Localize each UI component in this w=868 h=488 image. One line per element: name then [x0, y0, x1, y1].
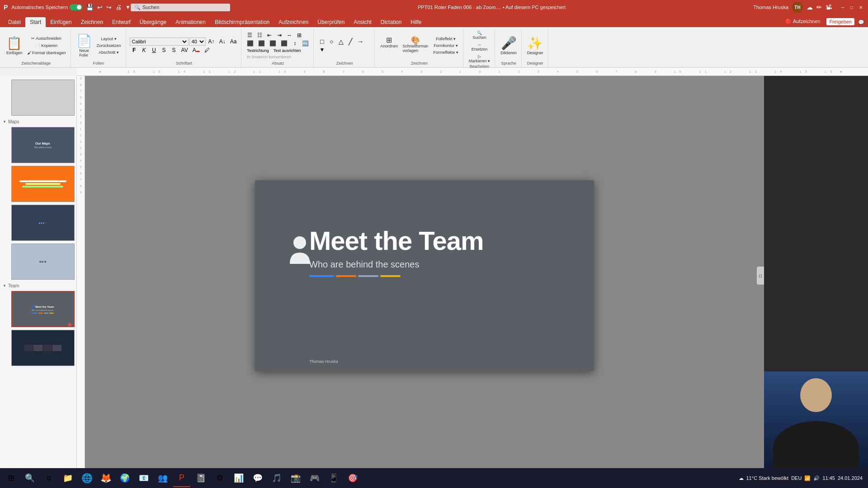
app5-button[interactable]: 🎮: [306, 469, 324, 487]
search-bar[interactable]: 🔍 Suchen: [131, 4, 230, 11]
slide-22-thumb[interactable]: 👤 Meet the Team Who are behind the scene…: [11, 291, 75, 327]
app6-button[interactable]: 📱: [325, 469, 343, 487]
app7-button[interactable]: 🎯: [344, 469, 362, 487]
increase-font-button[interactable]: A↑: [207, 38, 217, 45]
line-spacing-button[interactable]: ↕: [290, 40, 299, 47]
highlight-button[interactable]: 🖊: [203, 47, 212, 54]
freigeben-button[interactable]: Freigeben: [826, 18, 854, 25]
rtl-button[interactable]: ↔: [285, 32, 294, 39]
explorer-button[interactable]: 📁: [59, 469, 77, 487]
align-right-button[interactable]: ⬛: [268, 40, 278, 47]
strikethrough-button[interactable]: S: [160, 47, 169, 54]
tab-animationen[interactable]: Animationen: [171, 17, 210, 27]
pen-icon[interactable]: ✏: [816, 4, 822, 11]
align-left-button[interactable]: ⬛: [245, 40, 255, 47]
slide-19-thumb[interactable]: [11, 166, 75, 202]
smartart-button[interactable]: In SmartArt konvertieren: [245, 54, 293, 60]
chrome-button[interactable]: 🌍: [116, 469, 134, 487]
columns-button[interactable]: ⊞: [295, 32, 304, 39]
kopieren-button[interactable]: 📄 Kopieren: [25, 42, 68, 49]
ausschneiden-button[interactable]: ✂ Ausschneiden: [25, 35, 68, 42]
panel-handle[interactable]: □: [757, 267, 764, 285]
app3-button[interactable]: 🎵: [268, 469, 286, 487]
slide-17-thumb[interactable]: [11, 80, 75, 116]
app2-button[interactable]: 💬: [249, 469, 267, 487]
teams-button[interactable]: 👥: [154, 469, 172, 487]
cloud-icon[interactable]: ☁: [807, 4, 813, 11]
redo-icon[interactable]: ↪: [106, 4, 112, 11]
clear-format-button[interactable]: Aa: [228, 38, 239, 45]
neue-folie-button[interactable]: 📄 NeueFolie: [75, 33, 94, 58]
edge-button[interactable]: 🌐: [78, 469, 96, 487]
line-button[interactable]: ╱: [346, 38, 355, 46]
aufzeichnen-button[interactable]: 🔴 Aufzeichnen: [783, 18, 823, 25]
diktieren-button[interactable]: 🎤 Diktieren: [499, 35, 519, 56]
app4-button[interactable]: 📸: [287, 469, 305, 487]
save-icon[interactable]: 💾: [86, 4, 94, 11]
firefox-button[interactable]: 🦊: [97, 469, 115, 487]
tab-uebergaenge[interactable]: Übergänge: [135, 17, 171, 27]
layout-button[interactable]: Layout ▾: [95, 36, 123, 42]
autosave-toggle[interactable]: [70, 4, 82, 10]
indent-decrease-button[interactable]: ⇤: [265, 32, 274, 39]
close-button[interactable]: ✕: [857, 4, 864, 11]
bullet-list-button[interactable]: ☰: [245, 32, 254, 39]
suchen-button[interactable]: 🔍 Suchen: [467, 30, 492, 41]
ellipse-button[interactable]: ○: [327, 38, 336, 46]
dropdown-icon[interactable]: ▼: [125, 4, 131, 10]
spacing-button[interactable]: AV: [179, 47, 190, 54]
text-dir-button[interactable]: 🔤: [300, 40, 311, 47]
designer-button[interactable]: ✨ Designer: [525, 35, 545, 56]
settings-button[interactable]: ⚙: [211, 469, 229, 487]
align-center-button[interactable]: ⬛: [256, 40, 267, 47]
tab-bildschirmpraesentation[interactable]: Bildschirmpräsentation: [210, 17, 274, 27]
present-icon[interactable]: 📽: [826, 4, 832, 11]
tab-hilfe[interactable]: Hilfe: [406, 17, 426, 27]
text-ausrichten-button[interactable]: Text ausrichten: [272, 48, 303, 53]
shape-dropdown-button[interactable]: ▼: [317, 46, 326, 53]
tab-ueberpruefen[interactable]: Überprüfen: [313, 17, 349, 27]
tab-dictation[interactable]: Dictation: [376, 17, 406, 27]
formeffekte-button[interactable]: Formeffekte ▾: [431, 49, 460, 56]
tab-einfuegen[interactable]: Einfügen: [46, 17, 76, 27]
slide-20-thumb[interactable]: ■ ■ ■ →: [11, 205, 75, 241]
tab-datei[interactable]: Datei: [4, 17, 25, 27]
section-maps-header[interactable]: ▼ Maps: [2, 117, 75, 125]
shadow-button[interactable]: S: [170, 47, 179, 54]
tab-aufzeichnen[interactable]: Aufzeichnen: [274, 17, 313, 27]
font-size-select[interactable]: 40: [189, 38, 206, 46]
rectangle-button[interactable]: □: [317, 38, 326, 46]
triangle-button[interactable]: △: [336, 38, 345, 46]
text-richtung-button[interactable]: Textrichtung: [245, 48, 271, 53]
tab-zeichnen[interactable]: Zeichnen: [76, 17, 108, 27]
tab-entwurf[interactable]: Entwurf: [108, 17, 135, 27]
bold-button[interactable]: F: [130, 47, 139, 54]
ersetzen-button[interactable]: ↔ Ersetzen: [467, 42, 492, 52]
start-button[interactable]: ⊞: [2, 469, 20, 487]
search-taskbar-button[interactable]: 🔍: [21, 469, 39, 487]
justify-button[interactable]: ⬛: [279, 40, 289, 47]
num-list-button[interactable]: ☷: [255, 32, 264, 39]
anordnen-button[interactable]: ⊞ Anordnen: [378, 36, 400, 56]
powerpoint-button[interactable]: P: [173, 469, 191, 487]
decrease-font-button[interactable]: A↓: [217, 38, 227, 45]
onenote-button[interactable]: 📓: [192, 469, 210, 487]
markieren-button[interactable]: ▷ Markieren ▾: [467, 53, 492, 64]
app1-button[interactable]: 📊: [230, 469, 248, 487]
color-button[interactable]: A▬: [191, 47, 202, 54]
italic-button[interactable]: K: [140, 47, 149, 54]
section-team-header[interactable]: ▼ Team: [2, 282, 75, 289]
slide-23-thumb[interactable]: [11, 330, 75, 366]
fuelleffekt-button[interactable]: Fülleffekt ▾: [431, 36, 460, 42]
indent-increase-button[interactable]: ⇥: [275, 32, 284, 39]
taskview-button[interactable]: ⧉: [40, 469, 58, 487]
undo-icon[interactable]: ↩: [97, 4, 103, 11]
slide-18-thumb[interactable]: Our Maps The works is ours: [11, 127, 75, 163]
einfuegen-button[interactable]: 📋 Einfügen: [5, 35, 24, 56]
arrow-button[interactable]: →: [355, 38, 365, 46]
font-select[interactable]: Calibri: [130, 38, 189, 46]
tab-start[interactable]: Start: [25, 17, 46, 27]
slide-21-thumb[interactable]: ⊞ ⊞ ⊞: [11, 244, 75, 280]
formkontur-button[interactable]: Formkontur ▾: [431, 42, 460, 49]
maximize-button[interactable]: □: [848, 4, 855, 11]
